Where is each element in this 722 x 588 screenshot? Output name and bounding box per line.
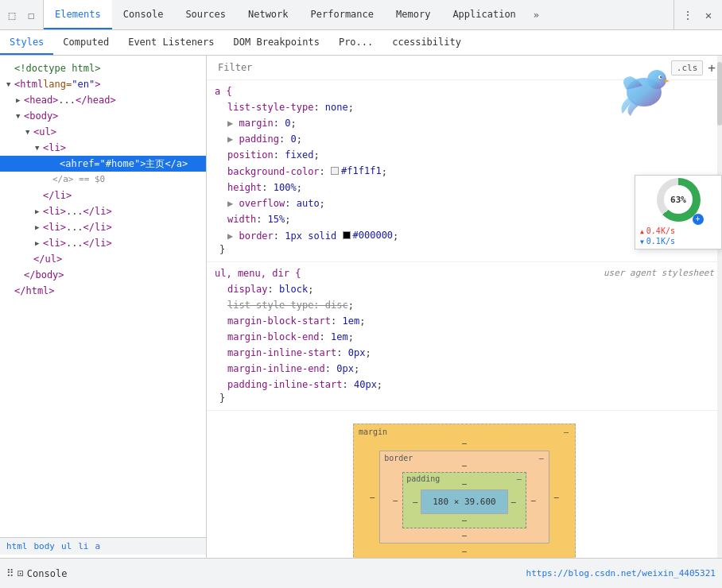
dom-line-body[interactable]: <body>: [0, 108, 206, 124]
triangle-ul[interactable]: [25, 125, 33, 139]
dom-line-html[interactable]: <html lang="en">: [0, 76, 206, 92]
bgcolor-swatch[interactable]: [331, 167, 339, 175]
console-tab-label[interactable]: Console: [27, 568, 68, 579]
margin-label: margin: [359, 427, 387, 436]
main-layout: <!doctype html> <html lang="en"> <head>.…: [0, 56, 722, 558]
arrow-overflow[interactable]: ▶: [227, 198, 239, 209]
cursor-icon[interactable]: ⬚: [3, 6, 21, 24]
network-add-button[interactable]: +: [693, 214, 704, 225]
arrow-margin[interactable]: ▶: [227, 118, 239, 129]
semicolon-mie: ;: [354, 363, 359, 374]
prop-name-mis: margin-inline-start: [227, 347, 336, 358]
li4-ellipsis: ...: [66, 236, 83, 250]
tab-application[interactable]: Application: [441, 0, 526, 29]
sub-tab-accessibility[interactable]: ccessibility: [382, 30, 471, 55]
breadcrumb-li[interactable]: li: [78, 541, 88, 551]
prop-name-mie: margin-inline-end: [227, 363, 325, 374]
settings-icon[interactable]: ⋮: [679, 6, 697, 24]
arrow-border[interactable]: ▶: [227, 230, 239, 242]
scrollbar-thumb[interactable]: [717, 62, 722, 126]
colon-pis: :: [343, 379, 354, 390]
semicolon-mis: ;: [365, 347, 371, 358]
breadcrumb-ul[interactable]: ul: [61, 541, 72, 551]
console-icon[interactable]: ⊡: [17, 567, 24, 579]
tab-performance[interactable]: Performance: [300, 0, 385, 29]
dom-line-li3[interactable]: <li>...</li>: [0, 219, 206, 235]
colon-d: :: [268, 284, 279, 295]
triangle-li4[interactable]: [35, 236, 43, 250]
semicolon8: ;: [285, 214, 290, 225]
colon8: :: [256, 214, 267, 225]
tab-sources[interactable]: Sources: [174, 0, 237, 29]
sub-tab-pro[interactable]: Pro...: [329, 30, 382, 55]
style-prop-display: display: block;: [215, 281, 714, 297]
body-close-tag: </body>: [24, 268, 64, 282]
add-style-button[interactable]: +: [708, 60, 716, 75]
tab-more-button[interactable]: »: [527, 0, 545, 29]
style-prop-mis: margin-inline-start: 0px;: [215, 345, 714, 361]
colon-mbe: :: [320, 331, 331, 342]
padding-bottom-val: –: [462, 516, 467, 524]
cls-button[interactable]: .cls: [671, 60, 704, 75]
semicolon-mbe: ;: [348, 331, 354, 342]
tab-console[interactable]: Console: [112, 0, 175, 29]
padding-top-val: –: [462, 479, 467, 488]
style-block-ul: ul, menu, dir { user agent stylesheet di…: [207, 262, 722, 411]
box-model-diagram: margin – – – border – –: [213, 417, 716, 558]
border-edit-icon[interactable]: –: [539, 454, 544, 462]
svg-point-1: [647, 70, 666, 89]
prop-name-list-style-type: list-style-type: [227, 102, 313, 113]
padding-edit-icon[interactable]: –: [517, 474, 522, 483]
colon-mis: :: [336, 347, 347, 358]
tab-elements[interactable]: Elements: [44, 0, 112, 29]
prop-name-height: height: [227, 182, 262, 193]
margin-edit-icon[interactable]: –: [564, 427, 569, 436]
head-close-tag: </head>: [76, 93, 116, 107]
colon9: :: [274, 230, 285, 242]
triangle-li3[interactable]: [35, 220, 43, 234]
triangle-html[interactable]: [6, 77, 14, 91]
triangle-li[interactable]: [35, 141, 43, 155]
colon6: :: [262, 182, 273, 193]
margin-right-val: –: [554, 493, 559, 501]
prop-val-margin: 0: [285, 118, 290, 129]
arrow-padding[interactable]: ▶: [227, 133, 239, 145]
sub-tab-dom-breakpoints[interactable]: DOM Breakpoints: [224, 30, 329, 55]
triangle-li2[interactable]: [35, 204, 43, 219]
mobile-icon[interactable]: ☐: [22, 6, 40, 24]
prop-val-pis: 40px: [354, 379, 377, 390]
triangle-body[interactable]: [16, 109, 24, 123]
colon-mbs: :: [331, 315, 342, 327]
prop-name-mbe: margin-block-end: [227, 331, 320, 342]
dom-line-li4[interactable]: <li>...</li>: [0, 235, 206, 251]
dom-line-a[interactable]: ·· <a href="#home">主页</a>: [0, 156, 206, 172]
upload-arrow-icon: [640, 226, 644, 235]
scrollbar-track[interactable]: [717, 56, 722, 558]
dom-line-li[interactable]: <li>: [0, 140, 206, 156]
breadcrumb-a[interactable]: a: [95, 541, 101, 551]
semicolon-disc: ;: [348, 300, 354, 311]
sub-tab-event-listeners[interactable]: Event Listeners: [118, 30, 223, 55]
li3-tag: <li>: [43, 220, 66, 234]
breadcrumb-body[interactable]: body: [34, 541, 56, 551]
dom-line-ul[interactable]: <ul>: [0, 124, 206, 140]
tab-network[interactable]: Network: [237, 0, 300, 29]
style-prop-pis: padding-inline-start: 40px;: [215, 377, 714, 393]
filter-input[interactable]: [213, 59, 671, 76]
dom-line-li2[interactable]: <li>...</li>: [0, 203, 206, 219]
dom-line-html-close: </html>: [0, 283, 206, 299]
border-color-swatch[interactable]: [343, 231, 351, 239]
triangle-head[interactable]: [16, 93, 24, 107]
style-prop-position: position: fixed;: [215, 147, 714, 163]
drag-handle-icon[interactable]: ⠿: [6, 567, 14, 579]
close-icon[interactable]: ✕: [700, 6, 717, 24]
breadcrumb-html[interactable]: html: [6, 541, 28, 551]
sub-tab-styles[interactable]: Styles: [0, 30, 53, 55]
box-border: border – – – padding –: [379, 451, 549, 544]
dom-line-head[interactable]: <head>...</head>: [0, 92, 206, 108]
tab-memory[interactable]: Memory: [385, 0, 441, 29]
li2-ellipsis: ...: [66, 204, 83, 219]
sub-tab-computed[interactable]: Computed: [53, 30, 118, 55]
prop-name-position: position: [227, 149, 274, 161]
network-donut-wrapper: 63% +: [657, 178, 701, 222]
